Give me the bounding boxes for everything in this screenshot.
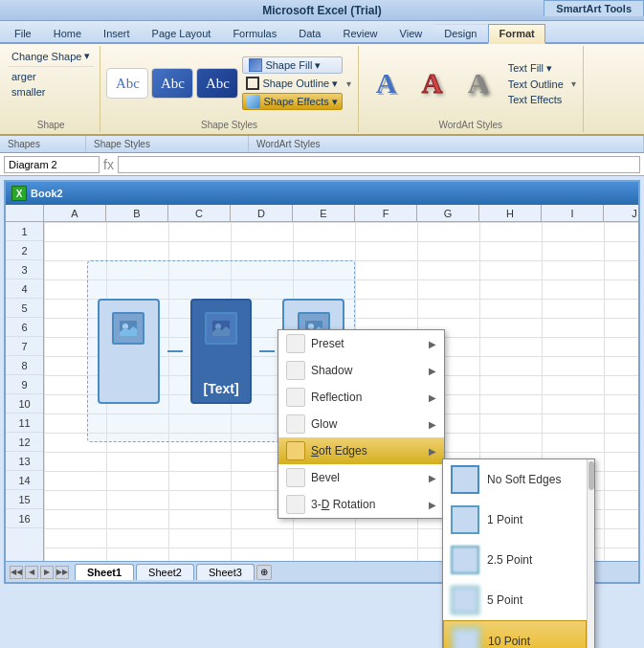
submenu-10-point[interactable]: 10 Point [443, 620, 587, 648]
ribbon: Change Shape ▾ arger smaller Shape Abc A… [0, 44, 644, 136]
smartart-box-2[interactable]: [Text] [190, 299, 253, 404]
glow-label: Glow [311, 417, 337, 431]
submenu-scrollbar[interactable] [587, 459, 594, 648]
excel-icon: X [11, 186, 27, 201]
3d-rotation-arrow: ▶ [429, 500, 436, 510]
formula-input[interactable] [118, 156, 640, 173]
row-headers: 1 2 3 4 5 6 7 8 9 10 11 12 13 14 15 16 [6, 222, 44, 582]
change-shape-button[interactable]: Change Shape ▾ [8, 49, 94, 63]
abc-style-btn-3[interactable]: Abc [196, 68, 238, 99]
abc-style-btn-2[interactable]: Abc [151, 68, 193, 99]
ribbon-group-wordart: A A A Text Fill ▾ Text Outline Text Effe… [359, 46, 584, 132]
row-5[interactable]: 5 [6, 299, 43, 318]
menu-item-3d-rotation[interactable]: 3-D Rotation ▶ [278, 491, 444, 518]
menu-item-reflection[interactable]: Reflection ▶ [278, 384, 444, 411]
col-header-d[interactable]: D [231, 205, 293, 221]
text-fill-button[interactable]: Text Fill ▾ [504, 61, 567, 76]
col-header-b[interactable]: B [106, 205, 168, 221]
col-header-e[interactable]: E [293, 205, 355, 221]
smaller-button[interactable]: smaller [8, 85, 49, 99]
abc-style-btn-1[interactable]: Abc [106, 68, 148, 99]
submenu-1-point[interactable]: 1 Point [443, 500, 587, 540]
name-box[interactable] [4, 156, 100, 173]
3d-rotation-label: 3-D Rotation [311, 498, 375, 511]
col-header-a[interactable]: A [44, 205, 106, 221]
soft-edges-arrow: ▶ [429, 446, 436, 457]
tab-data[interactable]: Data [288, 24, 331, 42]
sheet-nav-prev[interactable]: ◀ [25, 566, 38, 579]
shape-effects-button[interactable]: Shape Effects ▾ [242, 93, 342, 110]
glow-arrow: ▶ [429, 419, 436, 430]
sheet-nav-next[interactable]: ▶ [40, 566, 54, 579]
col-header-f[interactable]: F [355, 205, 417, 221]
shape-effects-label: Shape Effects [263, 96, 328, 107]
add-sheet-button[interactable]: ⊕ [256, 565, 272, 580]
soft-edge-preview-1 [451, 505, 479, 534]
col-headers: A B C D E F G H I J [6, 205, 638, 222]
text-effects-button[interactable]: Text Effects [504, 93, 567, 106]
col-header-h[interactable]: H [479, 205, 542, 221]
row-15[interactable]: 15 [6, 490, 43, 509]
sheet-nav-last[interactable]: ▶▶ [56, 566, 69, 579]
menu-item-glow[interactable]: Glow ▶ [278, 411, 444, 437]
col-header-i[interactable]: I [542, 205, 604, 221]
col-header-c[interactable]: C [168, 205, 231, 221]
tab-insert[interactable]: Insert [93, 24, 141, 42]
smartart-box-1[interactable] [98, 299, 160, 404]
row-14[interactable]: 14 [6, 471, 43, 490]
wordart-a-red[interactable]: A [411, 58, 455, 108]
text-outline-label: Text Outline [508, 78, 564, 90]
wordart-a-plain[interactable]: A [365, 58, 409, 108]
menu-item-soft-edges[interactable]: Soft Edges ▶ [278, 437, 444, 464]
text-outline-button[interactable]: Text Outline [504, 78, 567, 91]
row-6[interactable]: 6 [6, 318, 43, 337]
shape-fill-arrow: ▾ [315, 59, 321, 72]
tab-format[interactable]: Format [488, 24, 544, 44]
shape-fill-label: Shape Fill [265, 59, 312, 71]
col-header-g[interactable]: G [417, 205, 479, 221]
row-8[interactable]: 8 [6, 356, 43, 375]
soft-edges-label: Soft Edges [311, 444, 367, 458]
submenu-scroll-thumb[interactable] [588, 461, 594, 490]
row-2[interactable]: 2 [6, 241, 43, 260]
row-1[interactable]: 1 [6, 222, 43, 241]
wordart-a-shadow[interactable]: A [456, 58, 500, 108]
tab-design[interactable]: Design [433, 24, 487, 42]
2-5-point-label: 2.5 Point [487, 553, 532, 567]
submenu-5-point[interactable]: 5 Point [443, 580, 587, 620]
tab-page-layout[interactable]: Page Layout [142, 24, 222, 42]
row-4[interactable]: 4 [6, 279, 43, 299]
row-13[interactable]: 13 [6, 452, 43, 471]
sheet-nav-first[interactable]: ◀◀ [10, 566, 23, 579]
shape-outline-button[interactable]: Shape Outline ▾ [242, 76, 342, 91]
title-bar: Microsoft Excel (Trial) SmartArt Tools [0, 0, 644, 21]
formula-divider: fx [103, 157, 114, 172]
row-16[interactable]: 16 [6, 509, 43, 528]
row-10[interactable]: 10 [6, 394, 43, 413]
row-9[interactable]: 9 [6, 375, 43, 394]
tab-view[interactable]: View [389, 24, 433, 42]
row-3[interactable]: 3 [6, 260, 43, 279]
shape-fill-button[interactable]: Shape Fill ▾ [242, 56, 342, 74]
row-12[interactable]: 12 [6, 433, 43, 452]
sheet-tab-sheet1[interactable]: Sheet1 [75, 564, 134, 580]
row-7[interactable]: 7 [6, 337, 43, 356]
menu-item-bevel[interactable]: Bevel ▶ [278, 464, 444, 491]
tab-home[interactable]: Home [43, 24, 92, 42]
submenu-no-soft-edges[interactable]: No Soft Edges [443, 459, 587, 500]
bevel-arrow: ▶ [429, 473, 436, 483]
larger-button[interactable]: arger [8, 70, 40, 83]
menu-item-shadow[interactable]: Shadow ▶ [278, 357, 444, 384]
tab-formulas[interactable]: Formulas [222, 24, 287, 42]
row-11[interactable]: 11 [6, 413, 43, 433]
soft-edge-preview-4 [452, 627, 480, 648]
no-soft-edges-label: No Soft Edges [487, 473, 561, 486]
col-header-j[interactable]: J [604, 205, 638, 221]
sheet-tab-sheet3[interactable]: Sheet3 [196, 564, 255, 580]
sheet-tab-sheet2[interactable]: Sheet2 [136, 564, 194, 580]
tab-review[interactable]: Review [332, 24, 388, 42]
menu-item-preset[interactable]: Preset ▶ [278, 330, 444, 357]
tab-file[interactable]: File [4, 24, 42, 42]
preset-arrow: ▶ [429, 339, 436, 349]
submenu-2-5-point[interactable]: 2.5 Point [443, 540, 587, 580]
